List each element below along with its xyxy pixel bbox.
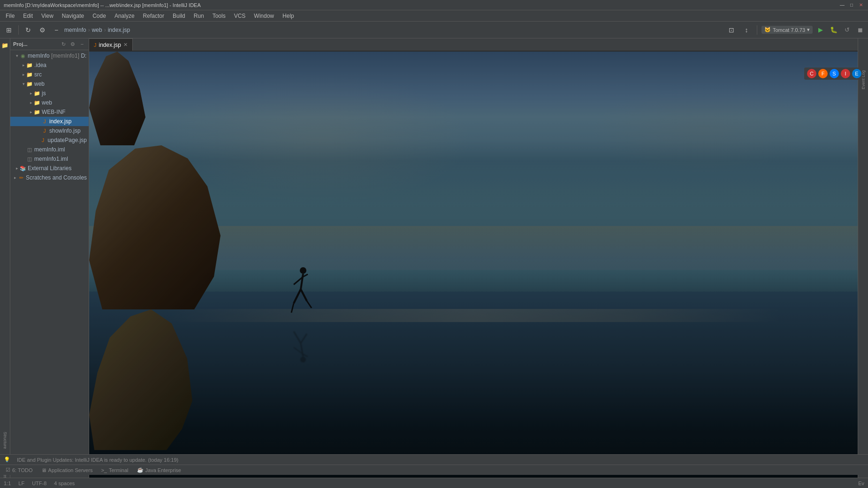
menu-code[interactable]: Code bbox=[89, 12, 110, 20]
status-encoding[interactable]: UTF-8 bbox=[32, 480, 46, 486]
tree-label-meminfo-iml: memInfo.iml bbox=[34, 146, 65, 153]
menu-edit[interactable]: Edit bbox=[19, 12, 37, 20]
breadcrumb-web[interactable]: web bbox=[92, 27, 102, 33]
panel-sync-btn[interactable]: ↻ bbox=[60, 40, 67, 48]
tree-item-web-root[interactable]: ▾ 📁 web bbox=[10, 79, 89, 89]
minimize-button[interactable]: — bbox=[839, 2, 845, 8]
project-panel: Proj... ↻ ⚙ − ▾ ◉ memInfo [memInfo1] D: … bbox=[10, 38, 89, 488]
tab-jsp-icon: J bbox=[94, 42, 97, 48]
module-icon: ◉ bbox=[20, 53, 26, 59]
folder-icon-src: 📁 bbox=[26, 71, 33, 78]
browser-icon-firefox[interactable]: F bbox=[818, 69, 828, 78]
menu-file[interactable]: File bbox=[2, 12, 18, 20]
toolbar-collapse-icon[interactable]: − bbox=[50, 24, 62, 36]
terminal-tab[interactable]: >_ Terminal bbox=[97, 465, 132, 475]
browser-icon-safari[interactable]: S bbox=[830, 69, 839, 78]
menu-help[interactable]: Help bbox=[279, 12, 298, 20]
stop-button[interactable]: ◼ bbox=[855, 25, 865, 35]
menu-window[interactable]: Window bbox=[250, 12, 278, 20]
folder-icon-web-root: 📁 bbox=[26, 81, 33, 87]
app-servers-icon: 🖥 bbox=[41, 467, 46, 473]
menu-view[interactable]: View bbox=[38, 12, 57, 20]
tree-item-updatepage-jsp[interactable]: J updatePage.jsp bbox=[10, 135, 89, 145]
tab-close-button[interactable]: ✕ bbox=[123, 42, 128, 48]
tree-item-showinfo-jsp[interactable]: J showInfo.jsp bbox=[10, 126, 89, 135]
menu-analyze[interactable]: Analyze bbox=[111, 12, 138, 20]
toolbar-sync-icon[interactable]: ↻ bbox=[22, 24, 34, 36]
status-indent[interactable]: 4 spaces bbox=[54, 480, 75, 486]
todo-label: 6: TODO bbox=[12, 467, 33, 473]
menu-refactor[interactable]: Refactor bbox=[139, 12, 168, 20]
tab-index-jsp[interactable]: J index.jsp ✕ bbox=[89, 38, 133, 51]
toolbar-layout-icon[interactable]: ⊞ bbox=[3, 24, 15, 36]
tree-item-js[interactable]: ▸ 📁 js bbox=[10, 89, 89, 98]
toolbar: ⊞ ↻ ⚙ − memInfo › web › index.jsp ⊡ ↕ 🐱 … bbox=[0, 22, 868, 38]
browser-icon-chrome[interactable]: C bbox=[807, 69, 816, 78]
app-servers-tab[interactable]: 🖥 Application Servers bbox=[38, 465, 97, 475]
status-lf[interactable]: LF bbox=[18, 480, 24, 486]
folder-icon-webinf: 📁 bbox=[34, 109, 40, 115]
tree-label-showinfo-jsp: showInfo.jsp bbox=[49, 128, 81, 134]
run-config-selector[interactable]: 🐱 Tomcat 7.0.73 ▾ bbox=[761, 26, 813, 34]
breadcrumb-meminfo[interactable]: memInfo bbox=[64, 27, 86, 33]
tree-arrow-web-sub: ▸ bbox=[28, 100, 34, 105]
run-config-label: Tomcat 7.0.73 bbox=[773, 27, 805, 33]
panel-collapse-btn[interactable]: − bbox=[78, 40, 86, 48]
event-log-tab[interactable]: Event Log bbox=[860, 67, 867, 93]
title-bar-title: memInfo [D:\myIdeaWorkspace\memInfo] -- … bbox=[4, 2, 839, 8]
close-button[interactable]: ✕ bbox=[858, 2, 864, 8]
menu-run[interactable]: Run bbox=[190, 12, 208, 20]
java-enterprise-tab[interactable]: ☕ Java Enterprise bbox=[133, 465, 185, 475]
menu-tools[interactable]: Tools bbox=[209, 12, 229, 20]
toolbar-view-icon[interactable]: ⊡ bbox=[725, 24, 738, 36]
menu-vcs[interactable]: VCS bbox=[230, 12, 250, 20]
right-gutter: Event Log bbox=[858, 38, 868, 488]
jsp-icon-showinfo: J bbox=[41, 128, 48, 134]
editor-content[interactable] bbox=[89, 52, 858, 488]
tree-label-updatepage-jsp: updatePage.jsp bbox=[48, 137, 87, 143]
tree-label-web-sub: web bbox=[42, 99, 52, 106]
tree-arrow-iml2 bbox=[21, 156, 26, 162]
update-button[interactable]: ↺ bbox=[842, 25, 852, 35]
run-button[interactable]: ▶ bbox=[815, 25, 826, 35]
folder-icon-idea: 📁 bbox=[26, 62, 33, 68]
panel-settings-btn[interactable]: ⚙ bbox=[69, 40, 76, 48]
notification-icon: 💡 bbox=[4, 457, 10, 463]
notification-text[interactable]: IDE and Plugin Updates: IntelliJ IDEA is… bbox=[17, 457, 178, 463]
menu-navigate[interactable]: Navigate bbox=[58, 12, 88, 20]
tree-item-meminfo1-iml[interactable]: ◫ memInfo1.iml bbox=[10, 154, 89, 164]
tree-item-idea[interactable]: ▸ 📁 .idea bbox=[10, 60, 89, 70]
tree-item-scratches[interactable]: ▸ ✏ Scratches and Consoles bbox=[10, 173, 89, 182]
tab-bar: J index.jsp ✕ bbox=[89, 38, 858, 52]
tree-label-src: src bbox=[34, 71, 42, 78]
tree-arrow-scratches: ▸ bbox=[12, 175, 18, 180]
tree-item-meminfo-iml[interactable]: ◫ memInfo.iml bbox=[10, 145, 89, 154]
tree-label-meminfo: memInfo [memInfo1] D: bbox=[28, 53, 86, 59]
tree-arrow-meminfo: ▾ bbox=[14, 53, 20, 59]
maximize-button[interactable]: □ bbox=[848, 2, 855, 8]
toolbar-arrow-icon[interactable]: ↕ bbox=[740, 24, 753, 36]
tree-arrow-idea: ▸ bbox=[21, 62, 26, 68]
tree-item-webinf[interactable]: ▸ 📁 WEB-INF bbox=[10, 107, 89, 117]
project-panel-header: Proj... ↻ ⚙ − bbox=[10, 38, 89, 50]
structure-icon[interactable]: Structure bbox=[1, 426, 9, 454]
tree-label-index-jsp: index.jsp bbox=[49, 118, 71, 125]
breadcrumb-indexjsp[interactable]: index.jsp bbox=[108, 27, 130, 33]
tree-arrow-showinfo bbox=[36, 128, 41, 134]
todo-tab[interactable]: ☑ 6: TODO bbox=[2, 465, 37, 475]
tree-item-meminfo[interactable]: ▾ ◉ memInfo [memInfo1] D: bbox=[10, 51, 89, 60]
tree-item-ext-libs[interactable]: ▸ 📚 External Libraries bbox=[10, 164, 89, 173]
browser-plugin-icons: C F S I E bbox=[804, 68, 864, 80]
event-log-status[interactable]: Ev bbox=[858, 480, 864, 486]
tree-item-index-jsp[interactable]: J index.jsp bbox=[10, 117, 89, 126]
folder-icon-web-sub: 📁 bbox=[34, 99, 40, 106]
project-icon[interactable]: 📁 bbox=[1, 41, 9, 50]
debug-button[interactable]: 🐛 bbox=[829, 25, 839, 35]
menu-build[interactable]: Build bbox=[169, 12, 189, 20]
status-position[interactable]: 1:1 bbox=[4, 480, 11, 486]
tree-item-web-sub[interactable]: ▸ 📁 web bbox=[10, 98, 89, 107]
terminal-label: Terminal bbox=[109, 467, 129, 473]
browser-icon-ie[interactable]: I bbox=[841, 69, 850, 78]
toolbar-settings-icon[interactable]: ⚙ bbox=[36, 24, 48, 36]
tree-item-src[interactable]: ▸ 📁 src bbox=[10, 70, 89, 79]
